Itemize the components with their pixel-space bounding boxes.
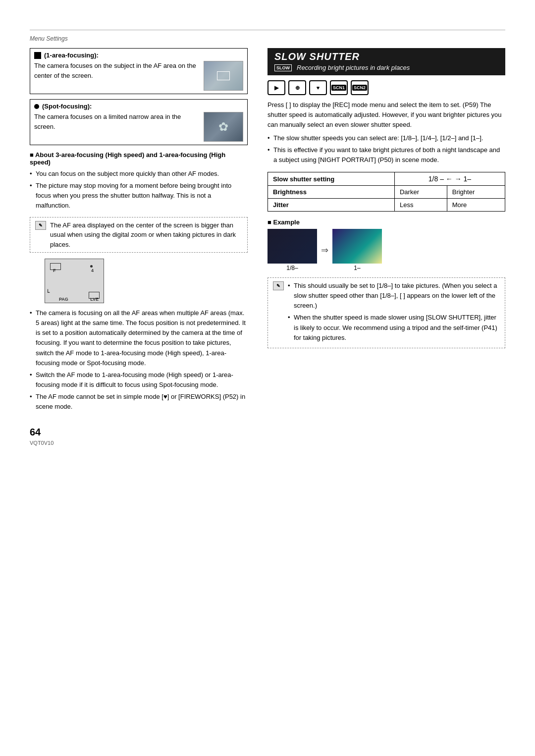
spot-focusing-content: The camera focuses on a limited narrow a… [34,112,243,142]
example-right-label: 1– [354,265,360,271]
model-number: VQT0V10 [30,440,248,446]
spot-focusing-image [204,112,243,142]
multiaf-bullet-1: The camera is focusing on all the AF are… [30,308,248,368]
af-label-lve: LVE [90,297,99,302]
example-right-pair: 1– [332,229,382,271]
table-brightness-brighter: Brighter [447,186,505,199]
mode-icon-scn2: SCN2 [351,80,369,95]
af-label-pag: PAG [59,297,68,302]
af-dot-tr [90,265,93,268]
mode-icon-portrait: ⊕ [288,80,306,95]
slow-shutter-bullets: The slow shutter speeds you can select a… [268,133,505,165]
example-arrow-icon: ⇒ [321,245,328,256]
spot-focusing-text: The camera focuses on a limited narrow a… [34,112,199,142]
mode-icon-normal-label: ▶ [274,85,278,91]
note-icon-1: ✎ [35,221,46,230]
table-col2-header: 1/8 – ← → 1– [394,172,505,186]
left-column: (1-area-focusing): The camera focuses on… [30,48,248,726]
area1-focusing-header: (1-area-focusing): [34,52,243,59]
spot-focusing-box: (Spot-focusing): The camera focuses on a… [30,99,248,145]
example-img-dark [268,229,317,264]
mode-icon-portrait-label: ⊕ [295,85,300,91]
table-brightness-darker: Darker [394,186,447,199]
note-text-1: The AF area displayed on the center of t… [50,220,242,250]
viewfinder-1area [204,61,243,90]
af-label-4: 4 [91,268,94,273]
header-label: Menu Settings [30,35,505,42]
scn2-badge: SCN2 [352,85,367,91]
mode-icon-heart: ♥ [309,80,327,95]
table-jitter-less: Less [394,199,447,212]
slow-shutter-title-text: SLOW SHUTTER [274,51,360,62]
example-left-pair: 1/8– [268,229,317,271]
highspeed-bullets: You can focus on the subject more quickl… [30,169,248,211]
spot-focusing-title: (Spot-focusing): [42,103,92,110]
two-column-layout: (1-area-focusing): The camera focuses on… [30,48,505,726]
slow-badge: SLOW [274,64,292,71]
slow-bullet-2: This is effective if you want to take br… [268,145,505,165]
example-left-label: 1/8– [286,265,298,271]
slow-shutter-table: Slow shutter setting 1/8 – ← → 1– Bright… [268,172,505,212]
right-column: SLOW SHUTTER SLOW Recording bright pictu… [268,48,505,726]
slow-shutter-header: SLOW SHUTTER SLOW Recording bright pictu… [268,48,505,75]
square-icon [34,52,41,59]
page: Menu Settings (1-area-focusing): The cam… [0,0,535,756]
mode-icon-normal: ▶ [268,80,285,95]
table-jitter-row: Jitter Less More [268,199,505,212]
example-heading: Example [268,218,505,226]
af-label-f: F [53,268,56,273]
slow-bullet-1: The slow shutter speeds you can select a… [268,133,505,143]
note2-bullet-1: This should usually be set to [1/8–] to … [288,281,500,311]
table-brightness-label: Brightness [268,186,395,199]
note2-bullet-2: When the shutter speed is made slower us… [288,313,500,342]
note-icon-2: ✎ [273,281,284,290]
example-img-bright [332,229,382,264]
dot-icon [34,104,39,109]
af-diagram-inner: ᒪ PAG LVE F 4 [45,259,104,303]
mode-icon-scn1: SCN1 [330,80,348,95]
highspeed-bullet-1: You can focus on the subject more quickl… [30,169,248,179]
highspeed-bullet-2: The picture may stop moving for a moment… [30,181,248,211]
example-images: 1/8– ⇒ 1– [268,229,505,271]
table-jitter-label: Jitter [268,199,395,212]
slow-shutter-subtitle: Recording bright pictures in dark places [297,63,410,72]
mode-icons-row: ▶ ⊕ ♥ SCN1 SCN2 [268,80,505,95]
table-jitter-more: More [447,199,505,212]
mode-icon-heart-label: ♥ [317,85,320,91]
table-header-row: Slow shutter setting 1/8 – ← → 1– [268,172,505,186]
area1-focusing-text: The camera focuses on the subject in the… [34,61,199,91]
multiaf-bullets: The camera is focusing on all the AF are… [30,308,248,412]
note-box-1: ✎ The AF area displayed on the center of… [30,217,248,253]
page-number-area: 64 VQT0V10 [30,427,248,446]
table-brightness-row: Brightness Darker Brighter [268,186,505,199]
note2-bullets: This should usually be set to [1/8–] to … [288,281,500,345]
af-diagram: ᒪ PAG LVE F 4 [45,259,104,303]
af-label-l: ᒪ [47,289,50,294]
area1-focusing-box: (1-area-focusing): The camera focuses on… [30,48,248,94]
multiaf-bullet-2: Switch the AF mode to 1-area-focusing mo… [30,370,248,390]
intro-para: Press [ ] to display the [REC] mode menu… [268,100,505,130]
area1-focusing-image [204,61,243,91]
page-number: 64 [30,427,248,438]
spot-focusing-header: (Spot-focusing): [34,103,243,110]
viewfinder-spot [204,112,243,141]
highspeed-heading: ■ About 3-area-focusing (High speed) and… [30,151,248,166]
scn1-badge: SCN1 [331,85,346,91]
area1-focusing-content: The camera focuses on the subject in the… [34,61,243,91]
slow-shutter-title: SLOW SHUTTER [274,51,498,62]
multiaf-bullet-3: The AF mode cannot be set in simple mode… [30,392,248,412]
table-col1-header: Slow shutter setting [268,172,395,186]
area1-focusing-title: (1-area-focusing): [44,52,99,59]
top-rule [30,30,505,30]
note-box-2: ✎ This should usually be set to [1/8–] t… [268,277,505,348]
